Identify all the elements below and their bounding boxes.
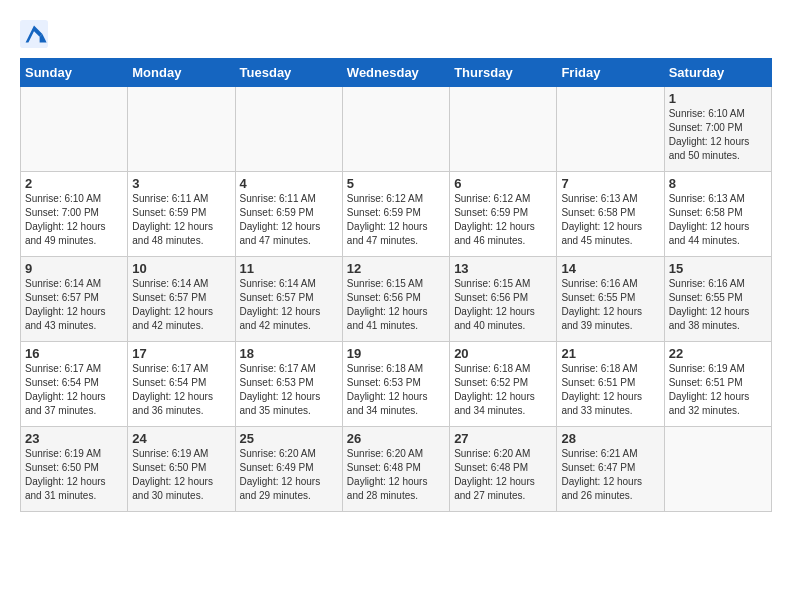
calendar-cell: 26Sunrise: 6:20 AM Sunset: 6:48 PM Dayli… xyxy=(342,427,449,512)
day-number: 2 xyxy=(25,176,123,191)
weekday-header: Wednesday xyxy=(342,59,449,87)
calendar-cell: 7Sunrise: 6:13 AM Sunset: 6:58 PM Daylig… xyxy=(557,172,664,257)
calendar-cell xyxy=(557,87,664,172)
calendar-table: SundayMondayTuesdayWednesdayThursdayFrid… xyxy=(20,58,772,512)
calendar-week-row: 23Sunrise: 6:19 AM Sunset: 6:50 PM Dayli… xyxy=(21,427,772,512)
day-info: Sunrise: 6:13 AM Sunset: 6:58 PM Dayligh… xyxy=(561,192,659,248)
day-info: Sunrise: 6:21 AM Sunset: 6:47 PM Dayligh… xyxy=(561,447,659,503)
day-info: Sunrise: 6:16 AM Sunset: 6:55 PM Dayligh… xyxy=(561,277,659,333)
day-number: 23 xyxy=(25,431,123,446)
day-number: 13 xyxy=(454,261,552,276)
calendar-cell: 1Sunrise: 6:10 AM Sunset: 7:00 PM Daylig… xyxy=(664,87,771,172)
day-number: 16 xyxy=(25,346,123,361)
calendar-cell: 4Sunrise: 6:11 AM Sunset: 6:59 PM Daylig… xyxy=(235,172,342,257)
logo xyxy=(20,20,52,48)
weekday-header: Sunday xyxy=(21,59,128,87)
day-number: 25 xyxy=(240,431,338,446)
calendar-cell: 10Sunrise: 6:14 AM Sunset: 6:57 PM Dayli… xyxy=(128,257,235,342)
day-info: Sunrise: 6:19 AM Sunset: 6:50 PM Dayligh… xyxy=(25,447,123,503)
calendar-cell: 11Sunrise: 6:14 AM Sunset: 6:57 PM Dayli… xyxy=(235,257,342,342)
day-info: Sunrise: 6:18 AM Sunset: 6:53 PM Dayligh… xyxy=(347,362,445,418)
day-info: Sunrise: 6:18 AM Sunset: 6:51 PM Dayligh… xyxy=(561,362,659,418)
calendar-cell: 5Sunrise: 6:12 AM Sunset: 6:59 PM Daylig… xyxy=(342,172,449,257)
calendar-week-row: 16Sunrise: 6:17 AM Sunset: 6:54 PM Dayli… xyxy=(21,342,772,427)
day-info: Sunrise: 6:19 AM Sunset: 6:50 PM Dayligh… xyxy=(132,447,230,503)
calendar-cell: 21Sunrise: 6:18 AM Sunset: 6:51 PM Dayli… xyxy=(557,342,664,427)
calendar-cell: 16Sunrise: 6:17 AM Sunset: 6:54 PM Dayli… xyxy=(21,342,128,427)
calendar-cell: 25Sunrise: 6:20 AM Sunset: 6:49 PM Dayli… xyxy=(235,427,342,512)
day-number: 14 xyxy=(561,261,659,276)
day-info: Sunrise: 6:15 AM Sunset: 6:56 PM Dayligh… xyxy=(347,277,445,333)
day-number: 15 xyxy=(669,261,767,276)
calendar-cell: 24Sunrise: 6:19 AM Sunset: 6:50 PM Dayli… xyxy=(128,427,235,512)
day-number: 24 xyxy=(132,431,230,446)
calendar-cell: 22Sunrise: 6:19 AM Sunset: 6:51 PM Dayli… xyxy=(664,342,771,427)
day-info: Sunrise: 6:15 AM Sunset: 6:56 PM Dayligh… xyxy=(454,277,552,333)
day-number: 26 xyxy=(347,431,445,446)
day-info: Sunrise: 6:19 AM Sunset: 6:51 PM Dayligh… xyxy=(669,362,767,418)
day-info: Sunrise: 6:12 AM Sunset: 6:59 PM Dayligh… xyxy=(347,192,445,248)
day-number: 19 xyxy=(347,346,445,361)
calendar-cell: 23Sunrise: 6:19 AM Sunset: 6:50 PM Dayli… xyxy=(21,427,128,512)
day-number: 3 xyxy=(132,176,230,191)
calendar-cell: 12Sunrise: 6:15 AM Sunset: 6:56 PM Dayli… xyxy=(342,257,449,342)
day-number: 28 xyxy=(561,431,659,446)
weekday-header: Saturday xyxy=(664,59,771,87)
day-info: Sunrise: 6:20 AM Sunset: 6:48 PM Dayligh… xyxy=(454,447,552,503)
day-info: Sunrise: 6:12 AM Sunset: 6:59 PM Dayligh… xyxy=(454,192,552,248)
day-info: Sunrise: 6:17 AM Sunset: 6:54 PM Dayligh… xyxy=(132,362,230,418)
calendar-cell: 8Sunrise: 6:13 AM Sunset: 6:58 PM Daylig… xyxy=(664,172,771,257)
calendar-cell xyxy=(342,87,449,172)
calendar-cell: 18Sunrise: 6:17 AM Sunset: 6:53 PM Dayli… xyxy=(235,342,342,427)
calendar-cell xyxy=(664,427,771,512)
day-info: Sunrise: 6:18 AM Sunset: 6:52 PM Dayligh… xyxy=(454,362,552,418)
day-number: 17 xyxy=(132,346,230,361)
day-number: 21 xyxy=(561,346,659,361)
day-info: Sunrise: 6:16 AM Sunset: 6:55 PM Dayligh… xyxy=(669,277,767,333)
day-number: 22 xyxy=(669,346,767,361)
calendar-cell xyxy=(235,87,342,172)
calendar-cell: 3Sunrise: 6:11 AM Sunset: 6:59 PM Daylig… xyxy=(128,172,235,257)
weekday-header: Tuesday xyxy=(235,59,342,87)
day-number: 10 xyxy=(132,261,230,276)
calendar-cell: 15Sunrise: 6:16 AM Sunset: 6:55 PM Dayli… xyxy=(664,257,771,342)
day-info: Sunrise: 6:20 AM Sunset: 6:49 PM Dayligh… xyxy=(240,447,338,503)
day-number: 27 xyxy=(454,431,552,446)
weekday-header: Friday xyxy=(557,59,664,87)
calendar-cell: 17Sunrise: 6:17 AM Sunset: 6:54 PM Dayli… xyxy=(128,342,235,427)
calendar-cell: 6Sunrise: 6:12 AM Sunset: 6:59 PM Daylig… xyxy=(450,172,557,257)
calendar-cell: 27Sunrise: 6:20 AM Sunset: 6:48 PM Dayli… xyxy=(450,427,557,512)
day-number: 7 xyxy=(561,176,659,191)
day-info: Sunrise: 6:14 AM Sunset: 6:57 PM Dayligh… xyxy=(25,277,123,333)
day-info: Sunrise: 6:20 AM Sunset: 6:48 PM Dayligh… xyxy=(347,447,445,503)
calendar-header-row: SundayMondayTuesdayWednesdayThursdayFrid… xyxy=(21,59,772,87)
calendar-week-row: 1Sunrise: 6:10 AM Sunset: 7:00 PM Daylig… xyxy=(21,87,772,172)
day-number: 1 xyxy=(669,91,767,106)
day-info: Sunrise: 6:17 AM Sunset: 6:53 PM Dayligh… xyxy=(240,362,338,418)
day-number: 18 xyxy=(240,346,338,361)
day-number: 8 xyxy=(669,176,767,191)
day-info: Sunrise: 6:17 AM Sunset: 6:54 PM Dayligh… xyxy=(25,362,123,418)
calendar-cell: 14Sunrise: 6:16 AM Sunset: 6:55 PM Dayli… xyxy=(557,257,664,342)
weekday-header: Monday xyxy=(128,59,235,87)
day-number: 4 xyxy=(240,176,338,191)
day-number: 9 xyxy=(25,261,123,276)
calendar-week-row: 9Sunrise: 6:14 AM Sunset: 6:57 PM Daylig… xyxy=(21,257,772,342)
day-info: Sunrise: 6:10 AM Sunset: 7:00 PM Dayligh… xyxy=(669,107,767,163)
day-number: 11 xyxy=(240,261,338,276)
day-info: Sunrise: 6:14 AM Sunset: 6:57 PM Dayligh… xyxy=(240,277,338,333)
day-info: Sunrise: 6:11 AM Sunset: 6:59 PM Dayligh… xyxy=(240,192,338,248)
calendar-cell xyxy=(21,87,128,172)
calendar-cell: 9Sunrise: 6:14 AM Sunset: 6:57 PM Daylig… xyxy=(21,257,128,342)
calendar-week-row: 2Sunrise: 6:10 AM Sunset: 7:00 PM Daylig… xyxy=(21,172,772,257)
day-number: 20 xyxy=(454,346,552,361)
calendar-cell: 28Sunrise: 6:21 AM Sunset: 6:47 PM Dayli… xyxy=(557,427,664,512)
calendar-cell: 2Sunrise: 6:10 AM Sunset: 7:00 PM Daylig… xyxy=(21,172,128,257)
day-info: Sunrise: 6:10 AM Sunset: 7:00 PM Dayligh… xyxy=(25,192,123,248)
weekday-header: Thursday xyxy=(450,59,557,87)
day-number: 6 xyxy=(454,176,552,191)
calendar-cell: 19Sunrise: 6:18 AM Sunset: 6:53 PM Dayli… xyxy=(342,342,449,427)
svg-rect-0 xyxy=(20,20,48,48)
day-number: 5 xyxy=(347,176,445,191)
calendar-cell: 13Sunrise: 6:15 AM Sunset: 6:56 PM Dayli… xyxy=(450,257,557,342)
